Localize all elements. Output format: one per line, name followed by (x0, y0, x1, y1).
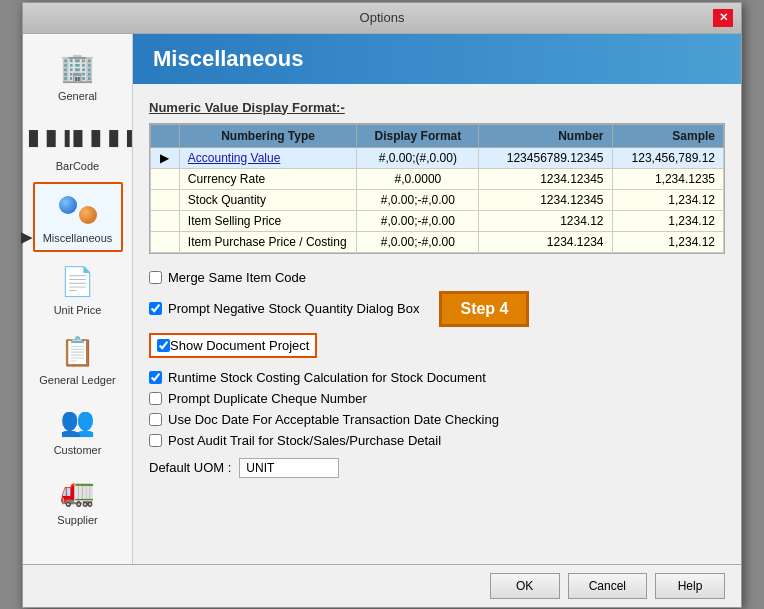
sidebar-item-barcode[interactable]: ▐▌▐▌▐▐▌▐▌▐▌▐ BarCode (33, 112, 123, 178)
general-ledger-icon: 📋 (58, 332, 98, 372)
row-type: Accounting Value (179, 147, 357, 168)
row-number: 1234.1234 (479, 231, 612, 252)
use-doc-date-checkbox[interactable] (149, 413, 162, 426)
sidebar-label-general: General (58, 90, 97, 102)
col-header-sample: Sample (612, 124, 723, 147)
post-audit-trail-checkbox[interactable] (149, 434, 162, 447)
sidebar-label-supplier: Supplier (57, 514, 97, 526)
sidebar-label-miscellaneous: Miscellaneous (43, 232, 113, 244)
supplier-icon: 🚛 (58, 472, 98, 512)
row-type: Item Purchase Price / Costing (179, 231, 357, 252)
row-indicator: ▶ (151, 147, 180, 168)
show-doc-project-wrapper: Show Document Project (149, 333, 725, 364)
sidebar-item-miscellaneous[interactable]: Miscellaneous (33, 182, 123, 252)
sidebar-item-general-ledger[interactable]: 📋 General Ledger (33, 326, 123, 392)
row-number: 123456789.12345 (479, 147, 612, 168)
row-sample: 123,456,789.12 (612, 147, 723, 168)
cancel-button[interactable]: Cancel (568, 573, 647, 599)
row-number: 1234.12 (479, 210, 612, 231)
window-title: Options (51, 10, 713, 25)
footer: OK Cancel Help (23, 564, 741, 607)
option-post-audit-trail: Post Audit Trail for Stock/Sales/Purchas… (149, 433, 725, 448)
prompt-negative-row: Prompt Negative Stock Quantity Dialog Bo… (149, 291, 725, 327)
ok-button[interactable]: OK (490, 573, 560, 599)
main-header: Miscellaneous (133, 34, 741, 84)
sidebar: ▶ 🏢 General ▐▌▐▌▐▐▌▐▌▐▌▐ BarCode Miscell… (23, 34, 133, 564)
row-sample: 1,234.12 (612, 189, 723, 210)
col-header-numbering-type: Numbering Type (179, 124, 357, 147)
titlebar: Options ✕ (23, 3, 741, 34)
table-row[interactable]: Currency Rate #,0.0000 1234.12345 1,234.… (151, 168, 724, 189)
prompt-negative-stock-checkbox[interactable] (149, 302, 162, 315)
row-type: Item Selling Price (179, 210, 357, 231)
runtime-stock-costing-label: Runtime Stock Costing Calculation for St… (168, 370, 486, 385)
row-type: Stock Quantity (179, 189, 357, 210)
merge-same-item-label: Merge Same Item Code (168, 270, 306, 285)
runtime-stock-costing-checkbox[interactable] (149, 371, 162, 384)
use-doc-date-label: Use Doc Date For Acceptable Transaction … (168, 412, 499, 427)
row-format: #,0.0000 (357, 168, 479, 189)
uom-row: Default UOM : (149, 458, 725, 478)
option-prompt-duplicate-cheque: Prompt Duplicate Cheque Number (149, 391, 725, 406)
sidebar-label-general-ledger: General Ledger (39, 374, 115, 386)
show-document-project-highlight: Show Document Project (149, 333, 317, 358)
help-button[interactable]: Help (655, 573, 725, 599)
row-sample: 1,234.12 (612, 231, 723, 252)
step4-badge: Step 4 (439, 291, 529, 327)
option-use-doc-date: Use Doc Date For Acceptable Transaction … (149, 412, 725, 427)
row-indicator (151, 189, 180, 210)
col-header-icon (151, 124, 180, 147)
close-button[interactable]: ✕ (713, 9, 733, 27)
customer-icon: 👥 (58, 402, 98, 442)
sidebar-arrow: ▶ (21, 229, 32, 245)
table-row[interactable]: Item Selling Price #,0.00;-#,0.00 1234.1… (151, 210, 724, 231)
barcode-icon: ▐▌▐▌▐▐▌▐▌▐▌▐ (58, 118, 98, 158)
row-format: #,0.00;-#,0.00 (357, 210, 479, 231)
row-sample: 1,234.1235 (612, 168, 723, 189)
table-row[interactable]: Stock Quantity #,0.00;-#,0.00 1234.12345… (151, 189, 724, 210)
row-indicator (151, 210, 180, 231)
main-panel: Miscellaneous Numeric Value Display Form… (133, 34, 741, 564)
miscellaneous-icon (58, 190, 98, 230)
uom-input[interactable] (239, 458, 339, 478)
options-section: Merge Same Item Code Prompt Negative Sto… (149, 270, 725, 478)
table-row[interactable]: Item Purchase Price / Costing #,0.00;-#,… (151, 231, 724, 252)
sidebar-label-customer: Customer (54, 444, 102, 456)
row-sample: 1,234.12 (612, 210, 723, 231)
option-prompt-negative: Prompt Negative Stock Quantity Dialog Bo… (149, 301, 419, 316)
numeric-format-table: Numbering Type Display Format Number Sam… (149, 123, 725, 254)
sidebar-item-unit-price[interactable]: 📄 Unit Price (33, 256, 123, 322)
option-merge-same-item: Merge Same Item Code (149, 270, 725, 285)
sidebar-label-barcode: BarCode (56, 160, 99, 172)
col-header-display-format: Display Format (357, 124, 479, 147)
col-header-number: Number (479, 124, 612, 147)
prompt-negative-stock-label: Prompt Negative Stock Quantity Dialog Bo… (168, 301, 419, 316)
sidebar-item-customer[interactable]: 👥 Customer (33, 396, 123, 462)
show-document-project-label: Show Document Project (170, 338, 309, 353)
uom-label: Default UOM : (149, 460, 231, 475)
sidebar-label-unit-price: Unit Price (54, 304, 102, 316)
show-document-project-checkbox[interactable] (157, 339, 170, 352)
row-number: 1234.12345 (479, 168, 612, 189)
options-dialog: Options ✕ ▶ 🏢 General ▐▌▐▌▐▐▌▐▌▐▌▐ BarCo… (22, 2, 742, 608)
sidebar-item-supplier[interactable]: 🚛 Supplier (33, 466, 123, 532)
row-format: #,0.00;-#,0.00 (357, 231, 479, 252)
prompt-duplicate-cheque-label: Prompt Duplicate Cheque Number (168, 391, 367, 406)
row-format: #,0.00;-#,0.00 (357, 189, 479, 210)
table-row[interactable]: ▶ Accounting Value #,0.00;(#,0.00) 12345… (151, 147, 724, 168)
table-section-title: Numeric Value Display Format:- (149, 100, 725, 115)
row-indicator (151, 168, 180, 189)
row-type: Currency Rate (179, 168, 357, 189)
row-format: #,0.00;(#,0.00) (357, 147, 479, 168)
unit-price-icon: 📄 (58, 262, 98, 302)
content-area: ▶ 🏢 General ▐▌▐▌▐▐▌▐▌▐▌▐ BarCode Miscell… (23, 34, 741, 564)
row-number: 1234.12345 (479, 189, 612, 210)
prompt-duplicate-cheque-checkbox[interactable] (149, 392, 162, 405)
post-audit-trail-label: Post Audit Trail for Stock/Sales/Purchas… (168, 433, 441, 448)
main-body: Numeric Value Display Format:- Numbering… (133, 84, 741, 494)
sidebar-item-general[interactable]: 🏢 General (33, 42, 123, 108)
row-indicator (151, 231, 180, 252)
merge-same-item-checkbox[interactable] (149, 271, 162, 284)
general-icon: 🏢 (58, 48, 98, 88)
option-runtime-stock-costing: Runtime Stock Costing Calculation for St… (149, 370, 725, 385)
